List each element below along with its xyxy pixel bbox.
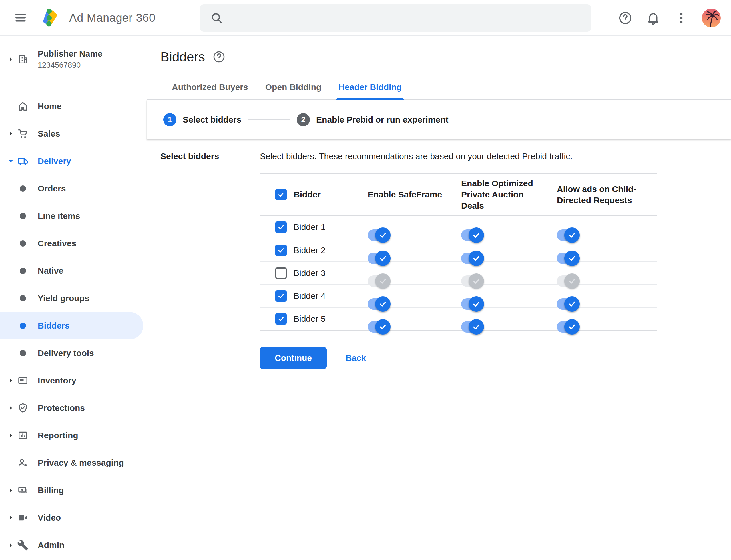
wrench-icon <box>17 539 29 551</box>
sidebar-item-home[interactable]: Home <box>0 93 146 120</box>
bidder-checkbox[interactable] <box>275 267 287 279</box>
bar-chart-icon <box>17 430 29 441</box>
sidebar: Publisher Name 1234567890 Home Sales <box>0 37 146 560</box>
sidebar-item-delivery[interactable]: Delivery <box>0 147 146 175</box>
bullet-icon <box>17 323 29 329</box>
top-app-bar: Ad Manager 360 <box>0 0 731 36</box>
bullet-icon <box>17 240 29 247</box>
step-number-badge: 1 <box>163 113 177 126</box>
table-header-row: Bidder Enable SafeFrame Enable Optimized… <box>261 174 657 216</box>
money-bill-icon <box>17 485 29 496</box>
video-camera-icon <box>17 512 29 523</box>
sidebar-item-creatives[interactable]: Creatives <box>0 230 146 257</box>
bidder-name: Bidder 3 <box>294 268 326 278</box>
sidebar-item-line-items[interactable]: Line items <box>0 202 146 230</box>
step-enable-prebid[interactable]: 2 Enable Prebid or run experiment <box>297 113 448 126</box>
hamburger-menu-icon[interactable] <box>13 10 29 26</box>
table-row: Bidder 5 <box>261 307 657 330</box>
sidebar-item-reporting[interactable]: Reporting <box>0 422 146 449</box>
search-bar[interactable] <box>200 4 591 32</box>
building-icon <box>17 53 29 65</box>
page-help-icon[interactable] <box>213 50 226 63</box>
bidder-name: Bidder 5 <box>294 314 326 324</box>
bidder-name: Bidder 2 <box>294 245 326 255</box>
bidder-name: Bidder 1 <box>294 222 326 232</box>
tab-open-bidding[interactable]: Open Bidding <box>257 82 330 99</box>
bidder-name: Bidder 4 <box>294 291 326 301</box>
sidebar-item-native[interactable]: Native <box>0 257 146 285</box>
home-icon <box>17 101 29 112</box>
chevron-right-icon <box>7 131 15 137</box>
table-row: Bidder 2 <box>261 239 657 261</box>
ad-unit-icon <box>17 375 29 386</box>
publisher-selector[interactable]: Publisher Name 1234567890 <box>0 37 146 82</box>
back-link[interactable]: Back <box>346 353 366 363</box>
bidder-checkbox[interactable] <box>275 245 287 256</box>
sidebar-item-admin[interactable]: Admin <box>0 531 146 559</box>
chevron-right-icon <box>7 432 15 439</box>
sidebar-item-billing[interactable]: Billing <box>0 477 146 504</box>
more-options-kebab-icon[interactable] <box>674 11 689 25</box>
column-header-bidder: Bidder <box>294 189 321 200</box>
column-header-optimized-deals: Enable Optimized Private Auction Deals <box>461 174 557 215</box>
chevron-right-icon <box>7 487 15 493</box>
tab-authorized-buyers[interactable]: Authorized Buyers <box>163 82 257 99</box>
stepper: 1 Select bidders 2 Enable Prebid or run … <box>147 100 731 139</box>
sidebar-item-delivery-tools[interactable]: Delivery tools <box>0 339 146 367</box>
help-icon[interactable] <box>618 11 633 25</box>
bidder-checkbox[interactable] <box>275 313 287 325</box>
step-select-bidders[interactable]: 1 Select bidders <box>163 113 241 126</box>
shield-check-icon <box>17 402 29 414</box>
continue-button[interactable]: Continue <box>260 347 327 369</box>
page-title: Bidders <box>161 49 205 65</box>
chevron-right-icon <box>7 542 15 548</box>
sidebar-item-yield-groups[interactable]: Yield groups <box>0 285 146 312</box>
search-input[interactable] <box>232 13 582 23</box>
sidebar-item-sales[interactable]: Sales <box>0 120 146 147</box>
step-number-badge: 2 <box>297 113 310 126</box>
main-content: Bidders Authorized Buyers Open Bidding H… <box>147 37 731 560</box>
chevron-right-icon <box>7 515 15 521</box>
sidebar-item-video[interactable]: Video <box>0 504 146 531</box>
section-description: Select bidders. These recommendations ar… <box>260 150 657 161</box>
bullet-icon <box>17 295 29 301</box>
bidder-checkbox[interactable] <box>275 221 287 233</box>
section-label: Select bidders <box>161 150 260 369</box>
app-title: Ad Manager 360 <box>69 11 156 24</box>
sidebar-item-privacy-messaging[interactable]: Privacy & messaging <box>0 449 146 477</box>
select-all-checkbox[interactable] <box>275 189 287 200</box>
tab-header-bidding[interactable]: Header Bidding <box>330 82 410 99</box>
publisher-id: 1234567890 <box>38 61 103 70</box>
table-row: Bidder 4 <box>261 284 657 307</box>
table-row: Bidder 1 <box>261 216 657 239</box>
cart-icon <box>17 128 29 139</box>
sidebar-nav: Home Sales Delivery Orders <box>0 82 146 559</box>
person-badge-icon <box>17 457 29 469</box>
chevron-right-icon <box>7 405 15 411</box>
bidder-checkbox[interactable] <box>275 290 287 302</box>
table-row: Bidder 3 <box>261 261 657 284</box>
bullet-icon <box>17 213 29 219</box>
sidebar-item-protections[interactable]: Protections <box>0 394 146 422</box>
column-header-child-directed: Allow ads on Child-Directed Requests <box>557 179 657 210</box>
bullet-icon <box>17 268 29 274</box>
search-icon <box>210 11 223 25</box>
bidders-table: Bidder Enable SafeFrame Enable Optimized… <box>260 173 657 331</box>
sidebar-item-orders[interactable]: Orders <box>0 175 146 202</box>
bullet-icon <box>17 350 29 356</box>
chevron-right-icon <box>7 56 15 62</box>
sidebar-item-bidders[interactable]: Bidders <box>0 312 143 339</box>
chevron-down-icon <box>7 158 15 164</box>
notifications-bell-icon[interactable] <box>646 11 661 25</box>
step-connector-line <box>248 119 291 120</box>
user-avatar[interactable] <box>702 9 721 27</box>
bullet-icon <box>17 185 29 192</box>
truck-icon <box>17 155 29 167</box>
publisher-name: Publisher Name <box>38 49 103 59</box>
ad-manager-logo[interactable]: Ad Manager 360 <box>40 7 156 29</box>
tab-bar: Authorized Buyers Open Bidding Header Bi… <box>147 75 731 100</box>
chevron-right-icon <box>7 377 15 384</box>
sidebar-item-inventory[interactable]: Inventory <box>0 367 146 394</box>
column-header-safeframe: Enable SafeFrame <box>368 185 461 204</box>
